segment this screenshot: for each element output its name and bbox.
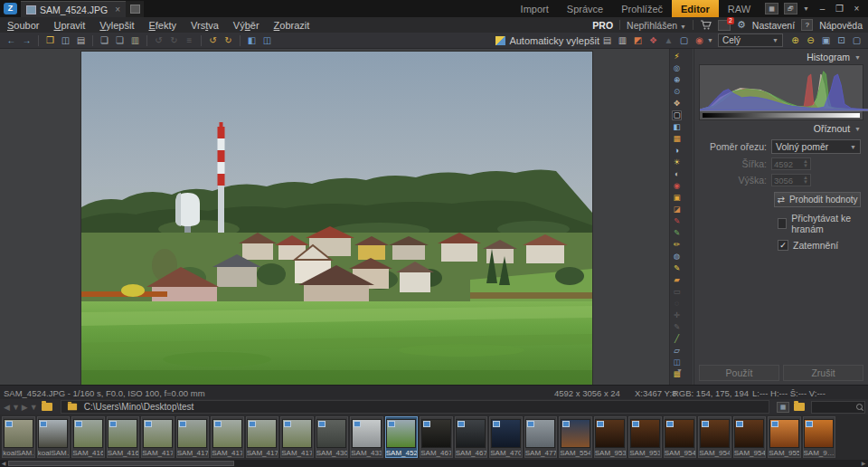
menu-zobrazit[interactable]: Zobrazit [267,20,317,31]
back-icon[interactable]: ← [5,34,18,47]
crop-tool-icon[interactable]: ▢ [672,110,682,120]
menu-soubor[interactable]: Soubor [0,20,46,31]
duplicate-icon[interactable]: ❏ [113,34,127,47]
favorites-folder-icon[interactable] [794,403,805,411]
grid-view-icon[interactable]: ▦ [765,3,778,14]
account-menu[interactable]: Nepřihlášen ▼ [627,20,686,31]
nav-back-icon[interactable]: ◀ [4,403,10,412]
thumbnail-SAM_430[interactable]: SAM_430… [316,416,349,458]
thumbnail-SAM_953[interactable]: SAM_953… [594,416,627,458]
module-tab-prohlížeč[interactable]: Prohlížeč [612,0,672,17]
curves-icon[interactable]: ▦ [672,134,682,144]
restore-button[interactable]: ❐ [832,3,847,15]
thumbnail-SAM_955[interactable]: SAM_955… [768,416,801,458]
perspective-icon[interactable]: ▱ [672,346,682,356]
thumbnail-SAM_417[interactable]: SAM_417… [280,416,314,458]
app-logo-icon[interactable]: Z [4,3,17,14]
red-eye-caret-icon[interactable]: ▼ [707,37,713,43]
minimize-button[interactable]: – [815,3,830,15]
thumbnail-SAM_953[interactable]: SAM_953… [628,416,662,458]
menu-výběr[interactable]: Výběr [226,20,267,31]
crop-width-input[interactable]: 4592 ▲▼ [771,157,811,170]
zoom-in-icon[interactable]: ⊕ [788,34,802,47]
file-tab[interactable]: SAM_4524.JPG × [21,1,126,17]
copy-icon[interactable]: ❏ [98,34,111,47]
nav-forward-icon[interactable]: ▶ [22,403,28,412]
retouch-pen-icon[interactable]: ✎ [672,216,682,226]
levels-icon[interactable]: ▤ [600,34,614,47]
darken-checkbox[interactable]: ✓ [778,240,788,251]
tree-toggle-icon[interactable]: ▦ [777,402,789,413]
module-tab-import[interactable]: Import [512,0,558,17]
scroll-left-icon[interactable]: ◀ [0,460,7,467]
thumbnail-koalSAM[interactable]: koalSAM… [2,416,35,458]
thumbnail-SAM_417[interactable]: SAM_417… [141,416,175,458]
rotate-right-icon[interactable]: ↻ [222,34,235,47]
enhance-colors-icon[interactable]: ◩ [631,34,645,47]
help-icon[interactable]: ? [801,19,813,31]
gear-icon[interactable]: ⚙ [737,19,746,31]
crop-height-input[interactable]: 3056 ▲▼ [771,174,811,186]
notifications-icon[interactable]: 2 [718,20,731,31]
thumbnail-SAM_554[interactable]: SAM_554… [559,416,592,458]
paint-brush-icon[interactable]: ✏ [672,240,682,250]
thumbnail-SAM_416[interactable]: SAM_416… [71,416,105,458]
thumbnail-SAM_416[interactable]: SAM_416… [107,416,140,458]
module-tab-raw[interactable]: RAW [719,0,760,17]
crop-ratio-select[interactable]: Volný poměr▼ [771,139,861,154]
rotate-left-icon[interactable]: ↺ [206,34,220,47]
apply-button[interactable]: Použít [699,365,779,381]
cancel-button[interactable]: Zrušit [783,365,863,381]
screen-mode-icon[interactable]: 🗗 [784,3,797,14]
thumbnail-SAM_954[interactable]: SAM_954… [733,416,767,458]
sharpen-icon[interactable]: ▲ [662,34,675,47]
save-icon[interactable]: ◫ [59,34,72,47]
exposure-icon[interactable]: ◧ [672,122,682,132]
photo-image[interactable] [81,52,592,385]
thumbnail-SAM_470[interactable]: SAM_470… [489,416,523,458]
paste-icon[interactable]: ▥ [128,34,142,47]
settings-button[interactable]: Nastavení [752,20,795,31]
magnifier-tool-icon[interactable]: ⊙ [672,87,682,97]
path-input[interactable]: C:\Users\Mino\Desktop\test [61,400,769,414]
thumbnail-SAM_477[interactable]: SAM_477… [524,416,558,458]
help-button[interactable]: Nápověda [819,20,863,31]
spinner-arrows-icon[interactable]: ▲▼ [803,159,808,168]
filmstrip-scrollbar[interactable]: ◀ ▶ [0,460,868,467]
zoom-out-icon[interactable]: ⊖ [804,34,817,47]
darken-row[interactable]: ✓ Zatemnění [778,240,868,251]
snap-to-edges-row[interactable]: Přichytávat ke hranám [778,213,868,234]
thumbnail-SAM_954[interactable]: SAM_954… [664,416,697,458]
screen-mode-caret-icon[interactable]: ▼ [803,5,809,12]
placement-tool-icon[interactable]: ◫ [672,357,682,367]
print-icon[interactable]: ▤ [74,34,88,47]
crop-header[interactable]: Oříznout▼ [694,120,868,136]
menu-upravit[interactable]: Upravit [46,20,92,31]
cart-icon[interactable] [700,20,712,30]
zoom-level-select[interactable]: Celý▼ [718,33,783,47]
red-eye-icon[interactable]: ◉ [693,34,706,47]
forward-icon[interactable]: → [20,34,33,47]
thumbnail-SAM_467[interactable]: SAM_467… [420,416,453,458]
effect-pen-icon[interactable]: ✎ [672,228,682,238]
module-tab-správce[interactable]: Správce [558,0,612,17]
snap-checkbox[interactable] [778,218,787,229]
fullscreen-icon[interactable]: ▢ [850,34,863,47]
clone-stamp-icon[interactable]: ▣ [672,193,682,203]
thumbnail-SAM_433[interactable]: SAM_433… [350,416,383,458]
airbrush-icon[interactable]: ◍ [672,252,682,262]
secondary-tab[interactable] [126,1,144,17]
scrollbar-handle[interactable] [8,461,234,466]
red-eye-tool-icon[interactable]: ◉ [672,181,682,191]
thumbnail-koalSAM[interactable]: koalSAM… [37,416,71,458]
white-balance-icon[interactable]: ▥ [616,34,629,47]
nav-forward-caret-icon[interactable]: ▼ [30,403,38,412]
dual-view-icon[interactable]: ◫ [260,34,274,47]
pencil-tool-icon[interactable]: ✎ [672,263,682,273]
zoom-tool-icon[interactable]: ⊕ [672,75,682,85]
quick-fix-icon[interactable]: ⚡ [672,52,682,62]
crop-rotate-icon[interactable]: ▢ [677,34,691,47]
scroll-right-icon[interactable]: ▶ [860,460,867,467]
toolstrip-overflow-icon[interactable]: ▼ [676,367,683,374]
adjust-colors-icon[interactable]: ❖ [646,34,660,47]
